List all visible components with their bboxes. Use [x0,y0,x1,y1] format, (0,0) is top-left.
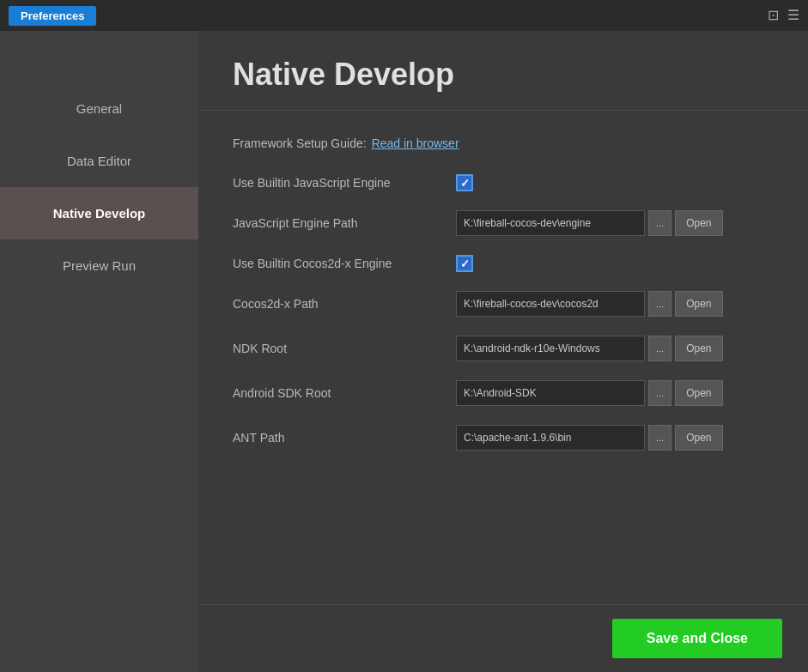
menu-button[interactable]: ☰ [787,9,799,22]
titlebar-title: Preferences [9,6,96,26]
android-sdk-root-row: Android SDK Root ... Open [233,380,774,406]
page-header: Native Develop [198,31,808,111]
ant-path-ellipsis-button[interactable]: ... [648,425,671,451]
use-builtin-cocos-checkbox-container [456,255,473,272]
use-builtin-js-row: Use Builtin JavaScript Engine [233,174,774,191]
footer: Save and Close [198,604,808,672]
framework-guide-label: Framework Setup Guide: [233,136,367,150]
js-engine-path-open-button[interactable]: Open [675,210,722,236]
restore-button[interactable]: ⊡ [768,9,779,22]
sidebar-item-general[interactable]: General [0,82,198,135]
titlebar: Preferences ⊡ ☰ [0,0,808,31]
cocos2d-path-label: Cocos2d-x Path [233,297,456,311]
use-builtin-cocos-row: Use Builtin Cocos2d-x Engine [233,255,774,272]
sidebar-item-preview-run[interactable]: Preview Run [0,239,198,292]
use-builtin-js-label: Use Builtin JavaScript Engine [233,176,456,190]
ndk-root-open-button[interactable]: Open [675,336,722,361]
use-builtin-cocos-label: Use Builtin Cocos2d-x Engine [233,257,456,270]
ndk-root-label: NDK Root [233,342,456,355]
main-content: Native Develop Framework Setup Guide: Re… [198,31,808,672]
js-engine-path-label: JavaScript Engine Path [233,216,456,230]
use-builtin-cocos-checkbox[interactable] [456,255,473,272]
page-title: Native Develop [233,57,774,93]
ndk-root-input[interactable] [456,336,645,361]
js-engine-path-input[interactable] [456,210,645,236]
use-builtin-js-checkbox[interactable] [456,174,473,191]
cocos2d-path-row: Cocos2d-x Path ... Open [233,291,774,317]
android-sdk-root-open-button[interactable]: Open [675,380,722,406]
js-engine-path-ellipsis-button[interactable]: ... [648,210,671,236]
ndk-root-ellipsis-button[interactable]: ... [648,336,671,361]
cocos2d-path-ellipsis-button[interactable]: ... [648,291,671,317]
js-engine-path-row: JavaScript Engine Path ... Open [233,210,774,236]
ant-path-open-button[interactable]: Open [675,425,722,451]
titlebar-controls: ⊡ ☰ [768,9,799,22]
save-close-button[interactable]: Save and Close [612,619,782,658]
read-in-browser-link[interactable]: Read in browser [372,136,459,150]
android-sdk-root-ellipsis-button[interactable]: ... [648,380,671,406]
cocos2d-path-input[interactable] [456,291,645,317]
ant-path-row: ANT Path ... Open [233,425,774,451]
ant-path-label: ANT Path [233,431,456,445]
ndk-root-row: NDK Root ... Open [233,336,774,361]
sidebar-item-native-develop[interactable]: Native Develop [0,187,198,239]
android-sdk-root-label: Android SDK Root [233,386,456,400]
framework-guide-row: Framework Setup Guide: Read in browser [233,136,774,150]
ant-path-input[interactable] [456,425,645,451]
content-area: Framework Setup Guide: Read in browser U… [198,111,808,604]
cocos2d-path-open-button[interactable]: Open [675,291,722,317]
use-builtin-js-checkbox-container [456,174,473,191]
app-body: General Data Editor Native Develop Previ… [0,31,808,672]
android-sdk-root-input[interactable] [456,380,645,406]
sidebar-item-data-editor[interactable]: Data Editor [0,135,198,187]
sidebar: General Data Editor Native Develop Previ… [0,31,198,672]
